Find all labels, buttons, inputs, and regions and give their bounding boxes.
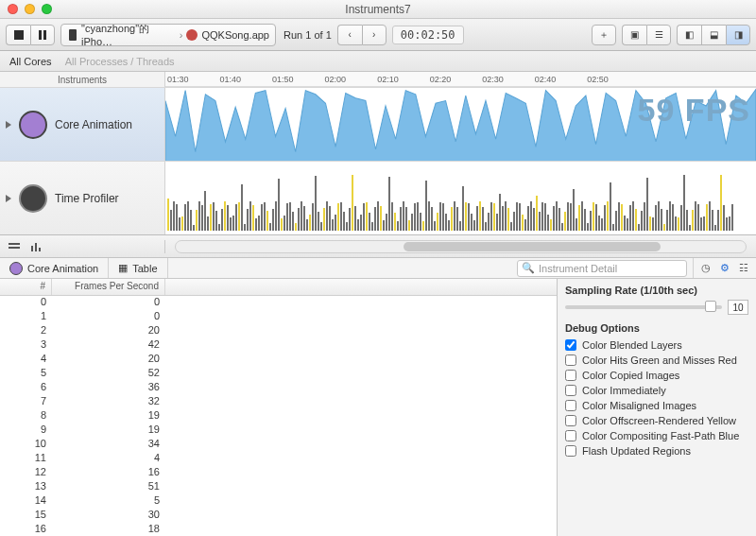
stop-icon xyxy=(14,30,24,40)
debug-option-checkbox[interactable] xyxy=(565,370,576,381)
debug-option[interactable]: Color Offscreen-Rendered Yellow xyxy=(565,413,748,428)
table-row[interactable]: 636 xyxy=(0,381,557,395)
debug-option[interactable]: Color Hits Green and Misses Red xyxy=(565,353,748,368)
svg-rect-0 xyxy=(14,30,24,40)
debug-option-checkbox[interactable] xyxy=(565,415,576,426)
svg-rect-7 xyxy=(35,243,37,251)
timeline-scrollbar[interactable] xyxy=(175,240,747,253)
recent-icon[interactable]: ◷ xyxy=(701,262,711,274)
window-traffic-lights xyxy=(8,4,52,14)
cpu-bars xyxy=(165,162,756,234)
view-strategy-button[interactable]: ▣ xyxy=(622,25,646,45)
ruler-tick: 02:00 xyxy=(325,75,347,84)
debug-option-label: Flash Updated Regions xyxy=(582,445,691,457)
debug-option-checkbox[interactable] xyxy=(565,339,576,351)
path-view[interactable]: ▦ Table xyxy=(109,258,167,278)
time-ruler[interactable]: 01:3001:4001:5002:0002:1002:2002:3002:40… xyxy=(165,72,756,87)
table-row[interactable]: 10 xyxy=(0,310,557,324)
table-row[interactable]: 420 xyxy=(0,353,557,367)
table-row[interactable]: 919 xyxy=(0,424,557,438)
panel-right-button[interactable]: ◨ xyxy=(726,25,750,45)
debug-option[interactable]: Flash Updated Regions xyxy=(565,443,748,458)
debug-option[interactable]: Color Misaligned Images xyxy=(565,398,748,413)
disclosure-icon[interactable] xyxy=(6,195,11,202)
table-row[interactable]: 732 xyxy=(0,395,557,409)
debug-option[interactable]: Color Compositing Fast-Path Blue xyxy=(565,428,748,443)
table-row[interactable]: 1216 xyxy=(0,466,557,480)
track-bar-icon[interactable] xyxy=(30,240,43,253)
filter-all-cores[interactable]: All Cores xyxy=(9,56,52,67)
cell-index: 1 xyxy=(0,310,52,324)
col-fps[interactable]: Frames Per Second xyxy=(52,279,165,295)
disclosure-icon[interactable] xyxy=(6,121,11,129)
pause-button[interactable] xyxy=(30,25,55,45)
settings-icon[interactable]: ⚙ xyxy=(720,262,730,274)
track-view-icon[interactable] xyxy=(8,240,21,253)
table-row[interactable]: 1618 xyxy=(0,523,557,536)
table-row[interactable]: 220 xyxy=(0,324,557,338)
table-row[interactable]: 342 xyxy=(0,338,557,353)
svg-rect-5 xyxy=(9,247,20,249)
table-row[interactable]: 819 xyxy=(0,409,557,424)
debug-option[interactable]: Color Copied Images xyxy=(565,368,748,383)
debug-option[interactable]: Color Immediately xyxy=(565,383,748,398)
filter-all-processes[interactable]: All Processes / Threads xyxy=(65,56,175,67)
scrollbar-thumb[interactable] xyxy=(404,242,660,251)
cell-fps: 36 xyxy=(52,381,165,395)
debug-option-checkbox[interactable] xyxy=(565,445,576,457)
table-header[interactable]: # Frames Per Second xyxy=(0,279,557,296)
table-body[interactable]: 0010220342420552636732819919103411412161… xyxy=(0,296,557,536)
debug-option[interactable]: Color Blended Layers xyxy=(565,337,748,353)
svg-rect-6 xyxy=(31,246,33,251)
panel-bottom-icon: ⬓ xyxy=(710,29,718,40)
debug-option-label: Color Offscreen-Rendered Yellow xyxy=(582,415,736,426)
slider-thumb[interactable] xyxy=(705,301,716,312)
close-icon[interactable] xyxy=(8,4,18,14)
table-row[interactable]: 1351 xyxy=(0,480,557,494)
extended-detail-icon[interactable]: ☷ xyxy=(739,262,748,274)
core-animation-graph[interactable]: 59 FPS xyxy=(165,88,756,161)
cell-index: 6 xyxy=(0,381,52,395)
add-instrument-button[interactable]: ＋ xyxy=(592,25,616,45)
track-time-profiler[interactable]: Time Profiler xyxy=(0,161,756,234)
detail-search[interactable]: 🔍 Instrument Detail xyxy=(517,260,687,277)
app-icon xyxy=(186,29,198,41)
ruler-tick: 02:40 xyxy=(535,75,557,84)
record-button[interactable] xyxy=(6,25,30,45)
cell-fps: 30 xyxy=(52,509,165,523)
cell-index: 12 xyxy=(0,466,52,480)
sampling-rate-slider[interactable] xyxy=(565,305,722,309)
debug-option-checkbox[interactable] xyxy=(565,400,576,411)
table-row[interactable]: 552 xyxy=(0,367,557,381)
cell-fps: 19 xyxy=(52,424,165,438)
filter-bar: All Cores All Processes / Threads xyxy=(0,51,756,72)
table-row[interactable]: 145 xyxy=(0,494,557,509)
run-prev-button[interactable]: ‹ xyxy=(337,25,362,45)
cell-fps: 34 xyxy=(52,438,165,452)
run-next-button[interactable]: › xyxy=(362,25,387,45)
zoom-icon[interactable] xyxy=(42,4,52,14)
time-profiler-graph[interactable] xyxy=(165,162,756,234)
view-library-button[interactable]: ☰ xyxy=(646,25,671,45)
cell-fps: 16 xyxy=(52,466,165,480)
table-row[interactable]: 1530 xyxy=(0,509,557,523)
target-app-label: QQKSong.app xyxy=(201,29,269,41)
table-row[interactable]: 00 xyxy=(0,296,557,310)
track-core-animation[interactable]: Core Animation 59 FPS xyxy=(0,87,756,161)
cell-index: 7 xyxy=(0,395,52,409)
panel-bottom-button[interactable]: ⬓ xyxy=(701,25,726,45)
debug-option-checkbox[interactable] xyxy=(565,430,576,441)
minimize-icon[interactable] xyxy=(25,4,35,14)
table-row[interactable]: 114 xyxy=(0,452,557,466)
plus-icon: ＋ xyxy=(599,28,609,42)
panel-left-button[interactable]: ◧ xyxy=(677,25,701,45)
cell-fps: 18 xyxy=(52,523,165,536)
col-index[interactable]: # xyxy=(0,279,52,295)
ruler-tick: 02:20 xyxy=(430,75,452,84)
core-animation-icon xyxy=(19,111,47,139)
debug-option-checkbox[interactable] xyxy=(565,354,576,366)
debug-option-checkbox[interactable] xyxy=(565,385,576,396)
table-row[interactable]: 1034 xyxy=(0,438,557,452)
path-instrument[interactable]: Core Animation xyxy=(0,258,109,278)
target-breadcrumb[interactable]: "cyanzhong"的 iPho… › QQKSong.app xyxy=(60,24,276,46)
